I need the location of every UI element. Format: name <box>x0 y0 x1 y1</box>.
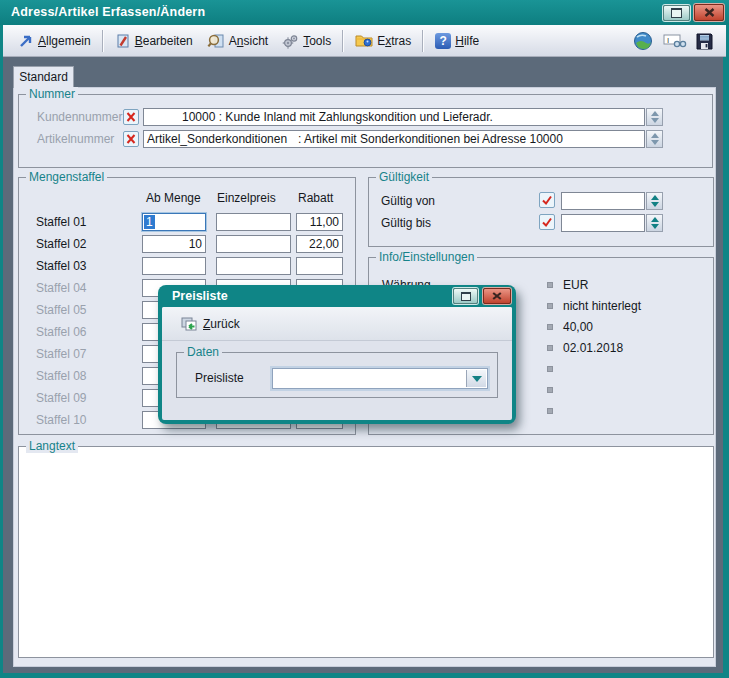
gueltigkeit-legend: Gültigkeit <box>376 170 432 184</box>
gueltig-von-check-icon[interactable] <box>539 192 555 208</box>
staffel-label: Staffel 04 <box>36 279 86 297</box>
bullet-icon <box>547 324 553 330</box>
hilfe-label: Hilfe <box>455 34 479 48</box>
info-value: 40,00 <box>563 320 593 334</box>
col-header-ab-menge: Ab Menge <box>146 191 201 205</box>
toolbar-separator <box>102 30 104 52</box>
bullet-icon <box>547 345 553 351</box>
tools-button[interactable]: Tools <box>275 29 338 53</box>
ansicht-button[interactable]: Ansicht <box>200 29 275 53</box>
chevron-down-icon <box>472 376 482 382</box>
extras-label: Extras <box>377 34 411 48</box>
edit-icon <box>115 33 131 49</box>
bullet-icon <box>547 408 553 414</box>
dialog-body: Zurück Daten Preisliste <box>162 307 512 420</box>
window-border-bottom <box>0 673 729 678</box>
bearbeiten-label: Bearbeiten <box>135 34 193 48</box>
info-value: EUR <box>563 278 588 292</box>
window-title: Adress/Artikel Erfassen/Ändern <box>11 5 205 19</box>
langtext-textarea[interactable] <box>19 447 713 657</box>
bullet-icon <box>547 387 553 393</box>
ab-menge-input[interactable]: 10 <box>142 235 206 253</box>
artikelnummer-label: Artikelnummer <box>37 130 114 148</box>
preisliste-label: Preisliste <box>195 369 244 387</box>
restore-icon <box>671 8 682 18</box>
staffel-label: Staffel 08 <box>36 367 86 385</box>
col-header-rabatt: Rabatt <box>298 191 333 205</box>
field-search-icon[interactable]: I <box>663 32 687 50</box>
kundennummer-spinner[interactable] <box>646 108 663 126</box>
gears-icon <box>282 33 299 49</box>
allgemein-arrow-icon <box>18 33 34 49</box>
kundennummer-clear-icon[interactable] <box>123 109 139 125</box>
einzelpreis-input[interactable] <box>216 257 291 275</box>
save-icon[interactable] <box>696 33 713 50</box>
restore-icon <box>461 292 471 301</box>
nummer-group: Nummer Kundennummer 10000 : Kunde Inland… <box>18 94 713 168</box>
ab-menge-input[interactable] <box>142 257 206 275</box>
gueltigkeit-group: Gültigkeit Gültig von Gültig bis <box>368 177 714 247</box>
app-window: Adress/Artikel Erfassen/Ändern Allgemein… <box>0 0 729 678</box>
title-bar[interactable]: Adress/Artikel Erfassen/Ändern <box>0 0 729 25</box>
dialog-title: Preisliste <box>172 289 228 303</box>
bearbeiten-button[interactable]: Bearbeiten <box>108 29 200 53</box>
einzelpreis-input[interactable] <box>216 213 291 231</box>
tab-standard[interactable]: Standard <box>13 66 74 88</box>
svg-text:I: I <box>667 36 669 45</box>
info-value: 02.01.2018 <box>563 341 623 355</box>
staffel-label: Staffel 03 <box>36 257 86 275</box>
dialog-toolbar: Zurück <box>162 307 512 341</box>
info-legend: Info/Einstellungen <box>376 250 477 264</box>
bullet-icon <box>547 366 553 372</box>
staffel-label: Staffel 01 <box>36 213 86 231</box>
artikelnummer-input[interactable]: Artikel_Sonderkonditionen : Artikel mit … <box>143 130 645 148</box>
gueltig-bis-check-icon[interactable] <box>539 214 555 230</box>
daten-group: Daten Preisliste <box>176 352 498 398</box>
gueltig-bis-spinner[interactable] <box>646 214 663 232</box>
hilfe-button[interactable]: ? Hilfe <box>428 29 486 53</box>
staffel-label: Staffel 10 <box>36 411 86 429</box>
kundennummer-input[interactable]: 10000 : Kunde Inland mit Zahlungskonditi… <box>143 108 645 126</box>
daten-legend: Daten <box>184 345 222 359</box>
gueltig-bis-input[interactable] <box>561 214 645 232</box>
help-icon: ? <box>435 33 451 49</box>
ab-menge-input[interactable]: 1 <box>142 213 206 231</box>
folder-icon <box>355 33 373 48</box>
allgemein-button[interactable]: Allgemein <box>11 29 98 53</box>
window-restore-button[interactable] <box>663 5 690 21</box>
staffel-label: Staffel 09 <box>36 389 86 407</box>
dialog-restore-button[interactable] <box>453 288 478 304</box>
toolbar-right-icons: I <box>633 25 713 57</box>
spinner-up-icon <box>651 195 659 200</box>
toolbar-separator <box>342 30 344 52</box>
staffel-label: Staffel 02 <box>36 235 86 253</box>
mengenstaffel-legend: Mengenstaffel <box>26 170 107 184</box>
combo-dropdown-button[interactable] <box>466 370 486 387</box>
gueltig-von-input[interactable] <box>561 192 645 210</box>
rabatt-input[interactable]: 11,00 <box>296 213 343 231</box>
staffel-label: Staffel 06 <box>36 323 86 341</box>
artikelnummer-clear-icon[interactable] <box>123 131 139 147</box>
dialog-close-button[interactable] <box>483 288 511 304</box>
rabatt-input[interactable]: 22,00 <box>296 235 343 253</box>
nummer-legend: Nummer <box>26 87 78 101</box>
gueltig-von-label: Gültig von <box>381 192 435 210</box>
window-close-button[interactable] <box>694 4 724 21</box>
allgemein-label: Allgemein <box>38 34 91 48</box>
close-icon <box>492 292 502 300</box>
zurueck-button[interactable]: Zurück <box>174 312 246 335</box>
spinner-up-icon <box>651 111 659 116</box>
col-header-einzelpreis: Einzelpreis <box>217 191 276 205</box>
preisliste-combobox[interactable] <box>272 368 488 389</box>
globe-icon[interactable] <box>633 31 654 51</box>
rabatt-input[interactable] <box>296 257 343 275</box>
einzelpreis-input[interactable] <box>216 235 291 253</box>
back-icon <box>180 316 198 332</box>
gueltig-von-spinner[interactable] <box>646 192 663 210</box>
ansicht-label: Ansicht <box>229 34 268 48</box>
spinner-down-icon <box>651 202 659 207</box>
langtext-group: Langtext <box>18 446 714 658</box>
artikelnummer-spinner[interactable] <box>646 130 663 148</box>
tools-label: Tools <box>303 34 331 48</box>
extras-button[interactable]: Extras <box>348 29 418 52</box>
